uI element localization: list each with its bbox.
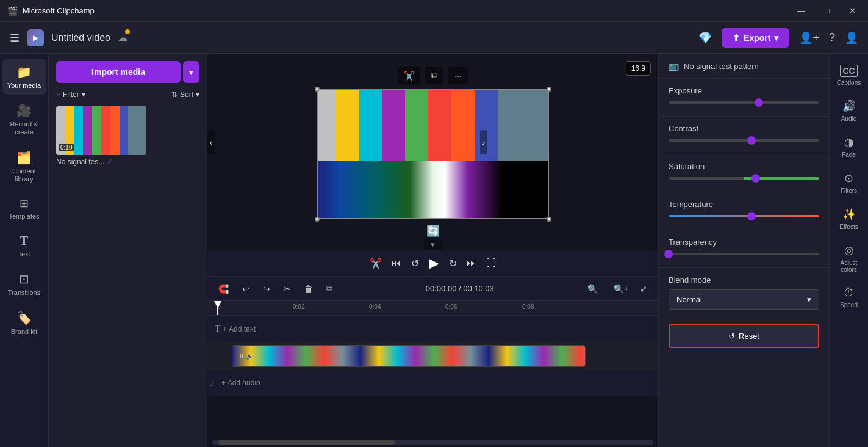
sidebar-item-transitions[interactable]: ⊡ Transitions (2, 266, 46, 302)
fit-timeline-button[interactable]: ⤢ (636, 282, 651, 296)
cut-button[interactable]: ✂ (280, 282, 295, 296)
delete-button[interactable]: 🗑 (301, 282, 317, 296)
account-button[interactable]: 👤 (845, 31, 858, 45)
temperature-section: Temperature (659, 192, 829, 230)
filter-button[interactable]: ≡ Filter ▾ (56, 90, 85, 99)
media-panel: Import media ▾ ≡ Filter ▾ ⇅ Sort ▾ 0:10 (49, 54, 207, 447)
checkmark-icon: ✓ (107, 158, 113, 166)
transparency-slider-thumb[interactable] (664, 250, 673, 258)
minimize-button[interactable]: — (792, 5, 810, 16)
temperature-slider-track[interactable] (669, 215, 819, 217)
contrast-slider-thumb[interactable] (747, 136, 756, 145)
transparency-label: Transparency (669, 238, 819, 247)
duplicate-button[interactable]: ⧉ (323, 281, 336, 296)
play-button[interactable]: ▶ (429, 255, 439, 271)
sidebar-item-text-label: Text (18, 250, 30, 258)
media-item[interactable]: 0:10 No signal tes... ✓ (56, 106, 199, 166)
sidebar-item-templates-label: Templates (9, 213, 39, 220)
exposure-slider-track[interactable] (669, 101, 819, 104)
reset-button[interactable]: ↺ Reset (669, 324, 819, 348)
panel-header-icon: 📺 (669, 61, 679, 71)
more-options-button[interactable]: ··· (448, 67, 468, 84)
crop-tool-button[interactable]: ✂️ (398, 67, 420, 84)
far-right-effects[interactable]: ✨ Effects (832, 202, 866, 235)
add-audio-button[interactable]: + Add audio (217, 376, 265, 390)
far-right-adjust-colors[interactable]: ◎ Adjust colors (832, 238, 866, 278)
close-button[interactable]: ✕ (844, 5, 861, 16)
rewind-5s-button[interactable]: ↺ (411, 258, 419, 269)
share-button[interactable]: 👤+ (799, 31, 819, 45)
sort-label: Sort (180, 90, 193, 99)
adjust-colors-label: Adjust colors (834, 260, 864, 273)
sort-button[interactable]: ⇅ Sort ▾ (171, 90, 199, 99)
sidebar-item-brand-kit[interactable]: 🏷️ Brand kit (2, 305, 46, 341)
audio-track: ♪ + Add audio (207, 369, 658, 396)
contrast-slider-track[interactable] (669, 139, 819, 142)
sidebar-item-text[interactable]: T Text (2, 228, 46, 263)
zoom-in-button[interactable]: 🔍+ (610, 282, 633, 296)
sidebar-item-templates[interactable]: ⊞ Templates (2, 191, 46, 225)
sidebar-item-your-media-label: Your media (7, 82, 41, 90)
ruler-mark-8: 0:08 (522, 303, 534, 310)
collapse-preview-button[interactable]: ▾ (423, 239, 442, 250)
magnet-tool-button[interactable]: 🧲 (215, 282, 232, 296)
blend-mode-chevron-icon: ▾ (807, 295, 811, 304)
resize-handle-tr[interactable] (547, 87, 551, 92)
help-button[interactable]: ? (829, 31, 835, 44)
timeline-scrollbar-thumb (218, 440, 395, 445)
menu-button[interactable]: ☰ (10, 31, 20, 45)
pip-tool-button[interactable]: ⧉ (425, 67, 443, 84)
transparency-slider-track[interactable] (669, 253, 819, 255)
exposure-slider-thumb[interactable] (755, 98, 763, 107)
maximize-button[interactable]: □ (820, 5, 834, 16)
reset-icon: ↺ (728, 332, 735, 341)
far-right-filters[interactable]: ⊙ Filters (832, 165, 866, 199)
resize-handle-br[interactable] (547, 217, 551, 222)
magic-cut-button[interactable]: ✂️ (370, 258, 382, 269)
media-duration: 0:10 (59, 144, 74, 151)
exposure-section: Exposure (659, 79, 829, 117)
video-clip[interactable]: ⏸ 🔊 (232, 345, 586, 367)
undo-button[interactable]: ↩ (239, 282, 253, 296)
zoom-out-button[interactable]: 🔍− (584, 282, 606, 296)
saturation-slider-thumb[interactable] (751, 174, 760, 183)
premium-icon[interactable]: 💎 (698, 31, 712, 45)
skip-forward-button[interactable]: ⏭ (467, 258, 476, 269)
timeline-next-arrow[interactable]: › (480, 130, 487, 154)
far-right-captions[interactable]: CC Captions (832, 59, 866, 91)
fullscreen-button[interactable]: ⛶ (486, 258, 496, 269)
add-audio-label: + Add audio (221, 379, 260, 387)
refresh-icon[interactable]: 🔄 (426, 224, 440, 238)
import-media-button[interactable]: Import media (56, 61, 181, 83)
panel-header: 📺 No signal test pattern (659, 54, 829, 79)
skip-backward-button[interactable]: ⏮ (392, 258, 401, 269)
forward-5s-button[interactable]: ↻ (449, 258, 457, 269)
sidebar-item-your-media[interactable]: 📁 Your media (2, 59, 46, 95)
blend-mode-dropdown[interactable]: Normal ▾ (669, 289, 819, 310)
import-dropdown-button[interactable]: ▾ (183, 61, 199, 83)
saturation-label: Saturation (669, 162, 819, 171)
aspect-ratio-button[interactable]: 16:9 (626, 61, 651, 76)
export-button[interactable]: ⬆ Export ▾ (722, 28, 789, 48)
sidebar-item-content-library[interactable]: 🗂️ Content library (2, 144, 46, 188)
far-right-fade[interactable]: ◑ Fade (832, 129, 866, 163)
resize-handle-bl[interactable] (315, 217, 320, 222)
project-title[interactable]: Untitled video (51, 32, 110, 43)
ruler-mark-4: 0:04 (369, 303, 381, 310)
timeline-scrollbar[interactable] (212, 440, 653, 445)
redo-button[interactable]: ↪ (259, 282, 274, 296)
fade-label: Fade (842, 151, 856, 158)
topbar: ☰ ▶ Untitled video ☁ 💎 ⬆ Export ▾ 👤+ ? 👤 (0, 22, 868, 54)
far-right-panel: CC Captions 🔊 Audio ◑ Fade ⊙ Filters ✨ E… (829, 54, 868, 447)
sidebar-item-record-create[interactable]: 🎥 Record & create (2, 97, 46, 141)
timeline-prev-arrow[interactable]: ‹ (207, 130, 215, 154)
resize-handle-tl[interactable] (315, 87, 320, 92)
add-text-button[interactable]: T + Add text (210, 322, 260, 336)
far-right-speed[interactable]: ⏱ Speed (832, 280, 866, 313)
ruler-mark-6: 0:06 (445, 303, 457, 310)
video-track: ⏸ 🔊 (207, 343, 658, 369)
playhead[interactable] (217, 301, 218, 315)
temperature-slider-thumb[interactable] (747, 212, 756, 220)
saturation-slider-track[interactable] (669, 177, 819, 180)
far-right-audio[interactable]: 🔊 Audio (832, 93, 866, 127)
